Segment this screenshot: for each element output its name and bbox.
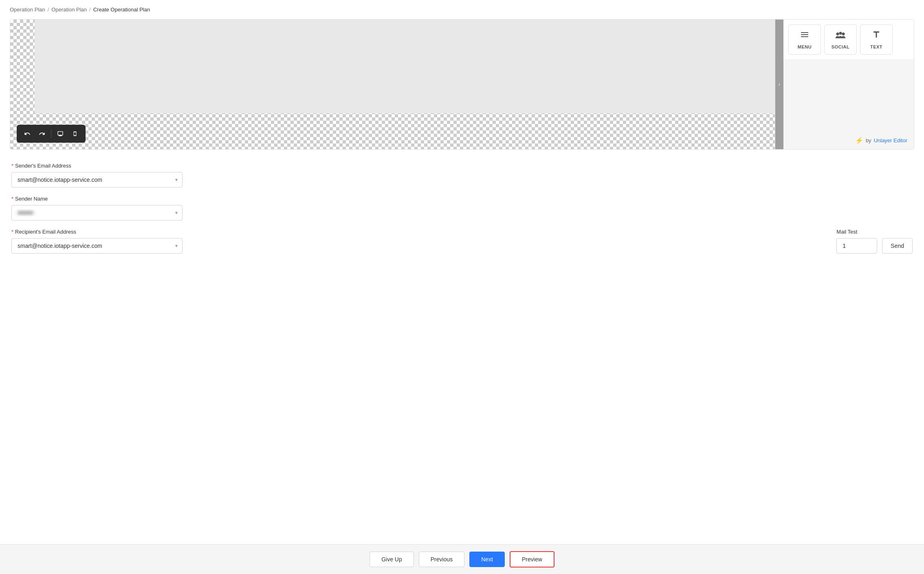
- text-tool-card[interactable]: TEXT: [860, 24, 893, 55]
- editor-tools-panel: MENU SOCIAL: [783, 20, 914, 60]
- text-icon: [871, 30, 881, 42]
- sender-name-label: * Sender Name: [11, 196, 913, 202]
- sender-name-required-star: *: [11, 196, 13, 202]
- breadcrumb-current: Create Operational Plan: [93, 7, 150, 13]
- redo-button[interactable]: [36, 128, 48, 139]
- sender-name-select[interactable]: ••••••••: [11, 205, 183, 221]
- senders-email-label-text: Sender's Email Address: [15, 163, 71, 169]
- editor-container: › MENU: [10, 19, 914, 150]
- send-button[interactable]: Send: [882, 238, 913, 254]
- senders-email-group: * Sender's Email Address smart@notice.io…: [11, 163, 913, 188]
- svg-point-2: [842, 33, 845, 35]
- recipients-email-group: * Recipient's Email Address smart@notice…: [11, 229, 827, 254]
- recipients-email-label: * Recipient's Email Address: [11, 229, 827, 235]
- breadcrumb-link-1[interactable]: Operation Plan: [10, 7, 45, 13]
- menu-tool-card[interactable]: MENU: [788, 24, 821, 55]
- recipients-email-required-star: *: [11, 229, 13, 235]
- breadcrumb-sep-2: /: [89, 7, 91, 13]
- text-tool-label: TEXT: [870, 44, 882, 49]
- recipients-email-select-wrapper: smart@notice.iotapp-service.com ▾: [11, 238, 183, 254]
- recipients-email-label-text: Recipient's Email Address: [15, 229, 76, 235]
- mail-test-label: Mail Test: [836, 229, 913, 235]
- svg-point-0: [836, 33, 839, 35]
- sender-name-group: * Sender Name •••••••• ▾ ••••••••: [11, 196, 913, 221]
- unlayer-editor-link[interactable]: Unlayer Editor: [874, 137, 907, 144]
- mail-test-group: Mail Test Send: [836, 229, 913, 254]
- undo-button[interactable]: [22, 128, 33, 139]
- main-content: › MENU: [0, 19, 924, 272]
- form-section: * Sender's Email Address smart@notice.io…: [10, 163, 914, 262]
- desktop-view-button[interactable]: [55, 128, 66, 139]
- editor-toolbar: [17, 125, 86, 143]
- breadcrumb: Operation Plan / Operation Plan / Create…: [0, 0, 924, 19]
- menu-tool-label: MENU: [798, 44, 812, 49]
- breadcrumb-sep-1: /: [48, 7, 49, 13]
- editor-canvas: [10, 20, 775, 149]
- senders-email-required-star: *: [11, 163, 13, 169]
- editor-content-block: [35, 20, 775, 113]
- editor-right-panel: MENU SOCIAL: [783, 20, 914, 149]
- sender-name-label-text: Sender Name: [15, 196, 48, 202]
- social-icon: [835, 30, 846, 42]
- senders-email-label: * Sender's Email Address: [11, 163, 913, 169]
- bolt-icon: ⚡: [855, 137, 863, 144]
- recipients-email-col: * Recipient's Email Address smart@notice…: [11, 229, 827, 262]
- svg-point-1: [839, 32, 842, 35]
- editor-right-spacer: [783, 60, 914, 132]
- editor-right-footer: ⚡ by Unlayer Editor: [783, 132, 914, 149]
- senders-email-select-wrapper: smart@notice.iotapp-service.com ▾: [11, 172, 183, 188]
- social-tool-label: SOCIAL: [832, 44, 850, 49]
- editor-canvas-area[interactable]: [10, 20, 775, 149]
- recipient-mail-row: * Recipient's Email Address smart@notice…: [11, 229, 913, 262]
- mail-test-input-group: Send: [836, 238, 913, 254]
- mail-test-col: Mail Test Send: [836, 229, 913, 262]
- social-tool-card[interactable]: SOCIAL: [824, 24, 857, 55]
- footer-by-text: by: [866, 137, 871, 144]
- senders-email-select[interactable]: smart@notice.iotapp-service.com: [11, 172, 183, 188]
- breadcrumb-link-2[interactable]: Operation Plan: [51, 7, 87, 13]
- mobile-view-button[interactable]: [69, 128, 81, 139]
- mail-test-input[interactable]: [836, 238, 877, 254]
- chevron-right-icon: ›: [779, 82, 780, 87]
- sender-name-select-wrapper: •••••••• ▾ ••••••••: [11, 205, 183, 221]
- recipients-email-select[interactable]: smart@notice.iotapp-service.com: [11, 238, 183, 254]
- toolbar-divider: [51, 130, 51, 138]
- menu-icon: [800, 30, 810, 42]
- editor-collapse-button[interactable]: ›: [775, 20, 783, 149]
